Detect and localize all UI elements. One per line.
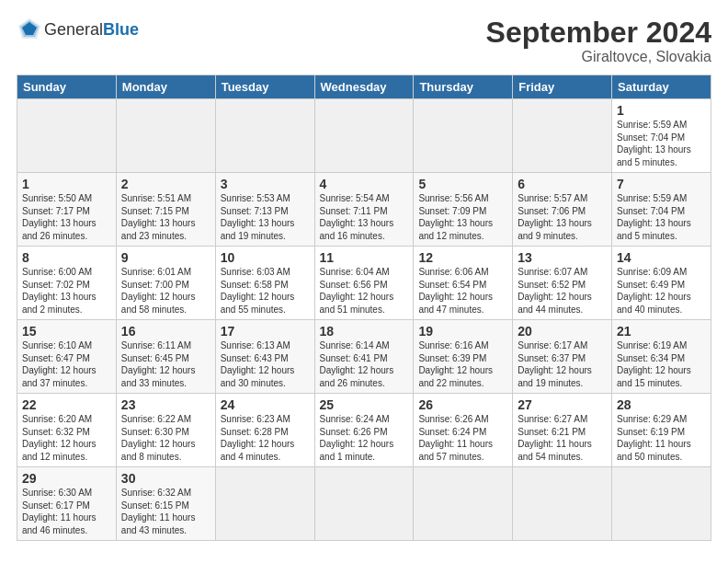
calendar-cell: 2 Sunrise: 5:51 AMSunset: 7:15 PMDayligh…	[116, 173, 215, 247]
calendar-cell	[116, 99, 215, 173]
calendar-cell: 1 Sunrise: 5:50 AMSunset: 7:17 PMDayligh…	[17, 173, 117, 247]
day-detail: Sunrise: 6:22 AMSunset: 6:30 PMDaylight:…	[121, 414, 196, 462]
calendar-cell: 7 Sunrise: 5:59 AMSunset: 7:04 PMDayligh…	[612, 173, 711, 247]
calendar-cell: 20 Sunrise: 6:17 AMSunset: 6:37 PMDaylig…	[513, 320, 612, 394]
calendar-cell: 13 Sunrise: 6:07 AMSunset: 6:52 PMDaylig…	[513, 247, 612, 320]
day-detail: Sunrise: 5:56 AMSunset: 7:09 PMDaylight:…	[418, 193, 493, 241]
calendar-cell: 29 Sunrise: 6:30 AMSunset: 6:17 PMDaylig…	[17, 467, 117, 541]
calendar-week-5: 22 Sunrise: 6:20 AMSunset: 6:32 PMDaylig…	[17, 394, 711, 467]
calendar-cell: 26 Sunrise: 6:26 AMSunset: 6:24 PMDaylig…	[414, 394, 513, 467]
day-detail: Sunrise: 6:06 AMSunset: 6:54 PMDaylight:…	[418, 267, 493, 315]
day-number: 25	[320, 397, 409, 412]
day-detail: Sunrise: 6:17 AMSunset: 6:37 PMDaylight:…	[518, 340, 592, 388]
calendar-cell: 5 Sunrise: 5:56 AMSunset: 7:09 PMDayligh…	[414, 173, 513, 247]
day-detail: Sunrise: 6:32 AMSunset: 6:15 PMDaylight:…	[121, 488, 196, 535]
logo-text: GeneralBlue	[44, 20, 139, 40]
day-number: 1	[617, 103, 706, 118]
title-block: September 2024 Giraltovce, Slovakia	[486, 17, 711, 65]
calendar-cell: 10 Sunrise: 6:03 AMSunset: 6:58 PMDaylig…	[215, 247, 314, 320]
day-number: 4	[320, 177, 409, 191]
day-number: 16	[121, 324, 210, 339]
calendar-cell: 12 Sunrise: 6:06 AMSunset: 6:54 PMDaylig…	[414, 247, 513, 320]
day-detail: Sunrise: 6:24 AMSunset: 6:26 PMDaylight:…	[320, 414, 394, 462]
day-detail: Sunrise: 6:07 AMSunset: 6:52 PMDaylight:…	[518, 267, 592, 315]
calendar-cell: 25 Sunrise: 6:24 AMSunset: 6:26 PMDaylig…	[314, 394, 414, 467]
calendar-cell: 22 Sunrise: 6:20 AMSunset: 6:32 PMDaylig…	[17, 394, 117, 467]
calendar-week-3: 8 Sunrise: 6:00 AMSunset: 7:02 PMDayligh…	[17, 247, 711, 320]
calendar-cell: 27 Sunrise: 6:27 AMSunset: 6:21 PMDaylig…	[513, 394, 612, 467]
logo: GeneralBlue	[17, 17, 139, 42]
day-number: 30	[121, 471, 210, 486]
day-detail: Sunrise: 6:01 AMSunset: 7:00 PMDaylight:…	[121, 267, 196, 315]
day-detail: Sunrise: 5:51 AMSunset: 7:15 PMDaylight:…	[121, 193, 196, 241]
day-number: 14	[617, 250, 706, 265]
day-detail: Sunrise: 6:14 AMSunset: 6:41 PMDaylight:…	[320, 340, 394, 388]
day-detail: Sunrise: 6:20 AMSunset: 6:32 PMDaylight:…	[22, 414, 97, 462]
header-row: Sunday Monday Tuesday Wednesday Thursday…	[17, 75, 711, 99]
col-saturday: Saturday	[612, 75, 711, 99]
day-detail: Sunrise: 6:10 AMSunset: 6:47 PMDaylight:…	[22, 340, 97, 388]
day-number: 24	[221, 397, 310, 412]
day-detail: Sunrise: 5:57 AMSunset: 7:06 PMDaylight:…	[518, 193, 592, 241]
calendar-cell	[17, 99, 117, 173]
page: GeneralBlue September 2024 Giraltovce, S…	[0, 0, 728, 550]
day-detail: Sunrise: 6:11 AMSunset: 6:45 PMDaylight:…	[121, 340, 196, 388]
header: GeneralBlue September 2024 Giraltovce, S…	[17, 17, 711, 65]
calendar-cell: 19 Sunrise: 6:16 AMSunset: 6:39 PMDaylig…	[414, 320, 513, 394]
location-title: Giraltovce, Slovakia	[486, 49, 711, 65]
day-number: 26	[418, 397, 507, 412]
calendar-cell: 18 Sunrise: 6:14 AMSunset: 6:41 PMDaylig…	[314, 320, 414, 394]
calendar-cell: 9 Sunrise: 6:01 AMSunset: 7:00 PMDayligh…	[116, 247, 215, 320]
day-detail: Sunrise: 6:29 AMSunset: 6:19 PMDaylight:…	[617, 414, 691, 462]
calendar-cell: 3 Sunrise: 5:53 AMSunset: 7:13 PMDayligh…	[215, 173, 314, 247]
day-number: 22	[22, 397, 111, 412]
calendar-cell: 6 Sunrise: 5:57 AMSunset: 7:06 PMDayligh…	[513, 173, 612, 247]
calendar-cell: 1 Sunrise: 5:59 AMSunset: 7:04 PMDayligh…	[612, 99, 711, 173]
col-sunday: Sunday	[17, 75, 117, 99]
day-detail: Sunrise: 6:09 AMSunset: 6:49 PMDaylight:…	[617, 267, 691, 315]
calendar-cell: 28 Sunrise: 6:29 AMSunset: 6:19 PMDaylig…	[612, 394, 711, 467]
day-number: 18	[320, 324, 409, 339]
calendar-cell	[414, 467, 513, 541]
calendar-week-4: 15 Sunrise: 6:10 AMSunset: 6:47 PMDaylig…	[17, 320, 711, 394]
col-wednesday: Wednesday	[314, 75, 414, 99]
day-number: 28	[617, 397, 706, 412]
day-number: 3	[221, 177, 310, 191]
logo-general: General	[44, 20, 103, 39]
day-number: 2	[121, 177, 210, 191]
day-detail: Sunrise: 6:19 AMSunset: 6:34 PMDaylight:…	[617, 340, 691, 388]
calendar-cell	[215, 467, 314, 541]
day-number: 8	[22, 250, 111, 265]
calendar-cell	[215, 99, 314, 173]
day-number: 9	[121, 250, 210, 265]
day-detail: Sunrise: 5:59 AMSunset: 7:04 PMDaylight:…	[617, 120, 691, 167]
day-number: 17	[221, 324, 310, 339]
day-number: 1	[22, 177, 111, 191]
day-detail: Sunrise: 5:54 AMSunset: 7:11 PMDaylight:…	[320, 193, 394, 241]
day-detail: Sunrise: 6:16 AMSunset: 6:39 PMDaylight:…	[418, 340, 493, 388]
col-friday: Friday	[513, 75, 612, 99]
day-detail: Sunrise: 6:00 AMSunset: 7:02 PMDaylight:…	[22, 267, 97, 315]
logo-icon	[17, 17, 42, 42]
day-number: 13	[518, 250, 607, 265]
calendar-week-6: 29 Sunrise: 6:30 AMSunset: 6:17 PMDaylig…	[17, 467, 711, 541]
calendar-week-1: 1 Sunrise: 5:59 AMSunset: 7:04 PMDayligh…	[17, 99, 711, 173]
calendar-cell: 30 Sunrise: 6:32 AMSunset: 6:15 PMDaylig…	[116, 467, 215, 541]
calendar-cell	[314, 99, 414, 173]
calendar-cell: 11 Sunrise: 6:04 AMSunset: 6:56 PMDaylig…	[314, 247, 414, 320]
day-number: 11	[320, 250, 409, 265]
calendar-cell: 21 Sunrise: 6:19 AMSunset: 6:34 PMDaylig…	[612, 320, 711, 394]
day-number: 12	[418, 250, 507, 265]
day-detail: Sunrise: 6:23 AMSunset: 6:28 PMDaylight:…	[221, 414, 295, 462]
calendar-cell: 15 Sunrise: 6:10 AMSunset: 6:47 PMDaylig…	[17, 320, 117, 394]
day-number: 10	[221, 250, 310, 265]
calendar-cell: 16 Sunrise: 6:11 AMSunset: 6:45 PMDaylig…	[116, 320, 215, 394]
calendar-cell	[513, 99, 612, 173]
calendar-cell	[414, 99, 513, 173]
day-detail: Sunrise: 5:53 AMSunset: 7:13 PMDaylight:…	[221, 193, 295, 241]
day-detail: Sunrise: 5:59 AMSunset: 7:04 PMDaylight:…	[617, 193, 691, 241]
calendar-cell: 17 Sunrise: 6:13 AMSunset: 6:43 PMDaylig…	[215, 320, 314, 394]
day-number: 5	[418, 177, 507, 191]
month-title: September 2024	[486, 17, 711, 49]
col-tuesday: Tuesday	[215, 75, 314, 99]
